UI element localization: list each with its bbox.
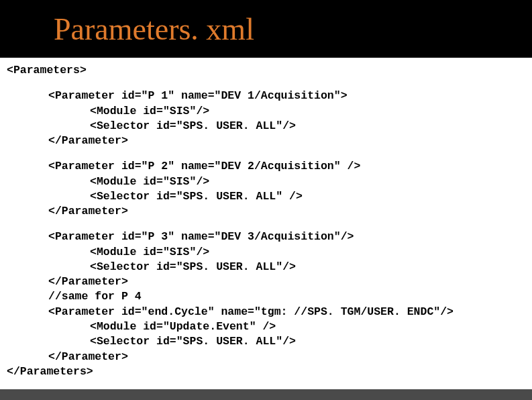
code-line: <Parameter id="P 1" name="DEV 1/Acquisit… <box>7 89 532 103</box>
slide-title: Parameters. xml <box>54 11 254 47</box>
code-line: </Parameters> <box>7 364 532 379</box>
code-line: <Module id="SIS"/> <box>7 245 532 260</box>
xml-code-block: <Parameters> <Parameter id="P 1" name="D… <box>0 58 532 379</box>
code-line: //same for P 4 <box>7 289 532 304</box>
footer-band <box>0 389 532 400</box>
code-line: <Selector id="SPS. USER. ALL"/> <box>7 119 532 134</box>
title-bar: Parameters. xml <box>0 0 532 58</box>
code-line: <Parameters> <box>7 63 532 78</box>
code-line: <Selector id="SPS. USER. ALL"/> <box>7 260 532 274</box>
code-line: </Parameter> <box>7 204 532 219</box>
code-line: <Selector id="SPS. USER. ALL"/> <box>7 334 532 349</box>
code-line: <Parameter id="P 2" name="DEV 2/Acquisit… <box>7 159 532 174</box>
code-line: </Parameter> <box>7 134 532 148</box>
code-line: <Module id="Update.Event" /> <box>7 319 532 334</box>
code-line: <Module id="SIS"/> <box>7 174 532 189</box>
code-line: </Parameter> <box>7 274 532 289</box>
code-line: <Parameter id="P 3" name="DEV 3/Acquisit… <box>7 230 532 244</box>
code-line: <Selector id="SPS. USER. ALL" /> <box>7 189 532 204</box>
code-line: </Parameter> <box>7 350 532 364</box>
code-line: <Module id="SIS"/> <box>7 104 532 119</box>
code-line: <Parameter id="end.Cycle" name="tgm: //S… <box>7 305 532 319</box>
